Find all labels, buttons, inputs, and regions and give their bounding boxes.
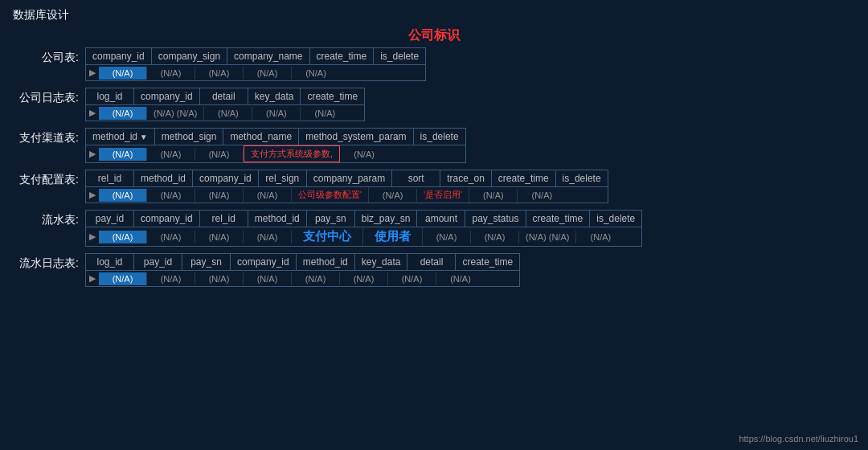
footer-link: https://blog.csdn.net/liuzhirou1	[739, 434, 858, 444]
rel-table-label: 支付配置表:	[13, 170, 85, 187]
col-pay_id: pay_id	[86, 211, 134, 227]
col-method_id: method_id	[86, 129, 155, 145]
col-method_id3: method_id	[248, 211, 307, 227]
col-company_id: company_id	[86, 48, 152, 64]
col-create_time2: create_time	[301, 88, 364, 104]
col-is_delete2: is_delete	[414, 129, 465, 145]
pay-center-label: 支付中心	[298, 227, 356, 244]
cell-pay_id2: (N/A)	[147, 272, 195, 285]
cell-company_id4: (N/A)	[147, 231, 195, 243]
method-table-row: 支付渠道表: method_id method_sign method_name…	[13, 128, 855, 163]
cell-amount: (N/A)	[423, 231, 471, 243]
cell-log_id2: (N/A)	[99, 272, 147, 285]
col-method_system_param: method_system_param	[299, 129, 413, 145]
cell-trace_on: '是否启用'	[417, 187, 469, 202]
rel-table-row: 支付配置表: rel_id method_id company_id rel_s…	[13, 170, 855, 203]
col-company_id2: company_id	[134, 88, 200, 104]
cell-create_time2: (N/A)	[301, 107, 349, 120]
pay-log-table: log_id pay_id pay_sn company_id method_i…	[85, 253, 520, 287]
col-pay_sn: pay_sn	[307, 211, 355, 227]
cell-key_data2: (N/A)	[340, 272, 388, 285]
col-is_delete4: is_delete	[590, 211, 641, 227]
pay-table: pay_id company_id rel_id method_id pay_s…	[85, 210, 642, 247]
col-company_sign: company_sign	[152, 48, 227, 64]
row-arrow: ▶	[86, 105, 99, 121]
col-is_delete: is_delete	[374, 48, 425, 64]
cell-detail: (N/A)	[204, 107, 252, 120]
cell-log_id: (N/A)	[99, 107, 147, 120]
cell-company_id2: (N/A) (N/A)	[147, 107, 204, 120]
cell-pay_sn: 支付中心	[292, 227, 363, 246]
col-pay_sn2: pay_sn	[182, 254, 231, 270]
col-is_delete3: is_delete	[556, 170, 608, 186]
page-title: 数据库设计	[0, 0, 868, 27]
cell-create_time4: (N/A) (N/A)	[519, 231, 576, 243]
row-arrow: ▶	[86, 146, 99, 162]
cell-create_time3: (N/A)	[469, 189, 518, 202]
cell-company_sign: (N/A)	[147, 67, 195, 80]
cell-create_time: (N/A)	[244, 67, 292, 80]
company-table: company_id company_sign company_name cre…	[85, 47, 426, 81]
col-method_id2: method_id	[134, 170, 193, 186]
content-area: 公司表: company_id company_sign company_nam…	[0, 47, 868, 287]
pay-log-table-label: 流水日志表:	[13, 253, 85, 271]
cell-create_time5: (N/A)	[436, 272, 485, 285]
cell-pay_id: (N/A)	[99, 231, 147, 243]
row-arrow: ▶	[86, 229, 99, 244]
col-company_name: company_name	[227, 48, 309, 64]
col-amount: amount	[417, 211, 465, 227]
cell-method_id4: (N/A)	[292, 272, 340, 285]
cell-company_id3: (N/A)	[195, 189, 244, 202]
cell-pay_status: (N/A)	[471, 231, 519, 243]
col-create_time5: create_time	[456, 254, 519, 270]
col-rel_id: rel_id	[86, 170, 134, 186]
col-pay_status: pay_status	[465, 211, 526, 227]
col-method_name: method_name	[223, 129, 299, 145]
cell-is_delete3: (N/A)	[518, 189, 566, 202]
company-table-label: 公司表:	[13, 47, 85, 65]
col-create_time3: create_time	[492, 170, 556, 186]
cell-method_id2: (N/A)	[147, 189, 195, 202]
col-trace_on: trace_on	[440, 170, 492, 186]
cell-method_id: (N/A)	[99, 148, 147, 161]
col-company_param: company_param	[307, 170, 392, 186]
cell-is_delete2: (N/A)	[340, 148, 388, 161]
col-company_id3: company_id	[193, 170, 259, 186]
section-title: 公司标识	[408, 28, 460, 42]
cell-method_id3: (N/A)	[244, 231, 292, 243]
row-arrow: ▶	[86, 187, 99, 202]
row-arrow: ▶	[86, 65, 99, 80]
cell-method_system_param: 支付方式系统级参数,	[244, 145, 340, 162]
cell-sort: (N/A)	[369, 189, 417, 202]
cell-company_id: (N/A)	[99, 67, 147, 80]
company-log-table: log_id company_id detail key_data create…	[85, 88, 365, 121]
cell-pay_sn2: (N/A)	[195, 272, 244, 285]
cell-key_data: (N/A)	[252, 107, 301, 120]
col-detail: detail	[200, 88, 248, 104]
company-log-label: 公司日志表:	[13, 88, 85, 105]
col-method_sign: method_sign	[155, 129, 224, 145]
col-create_time4: create_time	[526, 211, 591, 227]
row-arrow: ▶	[86, 271, 99, 286]
pay-table-row: 流水表: pay_id company_id rel_id method_id …	[13, 210, 855, 247]
col-method_id4: method_id	[297, 254, 355, 270]
col-log_id2: log_id	[86, 254, 134, 270]
pay-table-label: 流水表:	[13, 210, 85, 227]
col-key_data: key_data	[248, 88, 301, 104]
col-rel_sign: rel_sign	[259, 170, 307, 186]
user-label: 使用者	[370, 227, 416, 244]
company-table-row: 公司表: company_id company_sign company_nam…	[13, 47, 855, 81]
cell-rel_id2: (N/A)	[195, 231, 244, 243]
cell-biz_pay_sn: 使用者	[363, 227, 423, 246]
pay-log-table-row: 流水日志表: log_id pay_id pay_sn company_id m…	[13, 253, 855, 287]
cell-is_delete: (N/A)	[292, 67, 340, 80]
cell-rel_sign: (N/A)	[244, 189, 292, 202]
cell-method_sign: (N/A)	[147, 148, 195, 161]
rel-table: rel_id method_id company_id rel_sign com…	[85, 170, 608, 203]
col-rel_id2: rel_id	[200, 211, 248, 227]
cell-company_id5: (N/A)	[244, 272, 292, 285]
col-key_data2: key_data	[355, 254, 408, 270]
col-company_id4: company_id	[134, 211, 200, 227]
col-log_id: log_id	[86, 88, 134, 104]
col-create_time: create_time	[310, 48, 375, 64]
